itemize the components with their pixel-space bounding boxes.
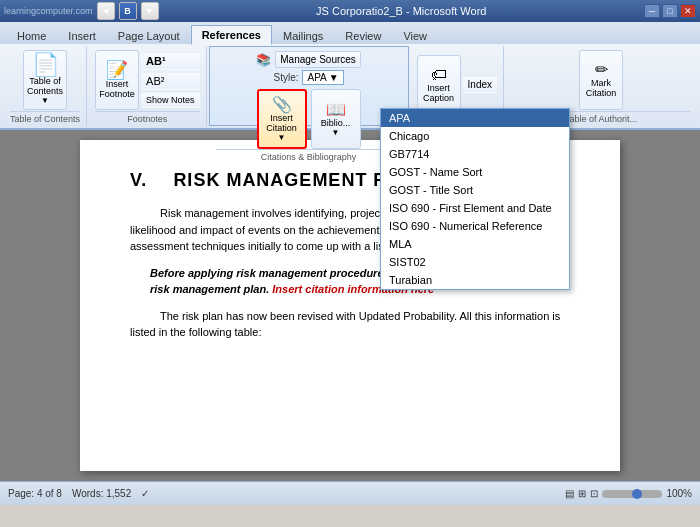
window-title: JS Corporatio2_B - Microsoft Word bbox=[316, 5, 486, 17]
watermark-label: learningcomputer.com bbox=[4, 6, 93, 16]
citations-group: 📚 Manage Sources Style: APA ▼ 📎 InsertCi… bbox=[209, 46, 409, 126]
tab-home[interactable]: Home bbox=[6, 26, 57, 44]
insert-citation-arrow: ▼ bbox=[278, 133, 286, 142]
status-bar: Page: 4 of 8 Words: 1,552 ✓ ▤ ⊞ ⊡ 100% bbox=[0, 481, 700, 505]
show-notes-button[interactable]: Show Notes bbox=[141, 92, 200, 108]
back-btn[interactable]: ◄ bbox=[97, 2, 115, 20]
citations-buttons: 📎 InsertCitation ▼ 📖 Biblio... ▼ bbox=[257, 89, 361, 149]
sources-icon: 📚 bbox=[256, 53, 271, 67]
ab2-button[interactable]: AB² bbox=[141, 72, 200, 90]
status-right: ▤ ⊞ ⊡ 100% bbox=[565, 488, 692, 499]
toc-label: Table ofContents bbox=[27, 76, 63, 96]
mark-citation-icon: ✏ bbox=[595, 62, 608, 78]
dropdown-btn[interactable]: ▼ bbox=[141, 2, 159, 20]
chapter-number: V. bbox=[130, 170, 147, 190]
dropdown-item-mla[interactable]: MLA bbox=[381, 235, 569, 253]
style-dropdown-arrow: ▼ bbox=[329, 72, 339, 83]
style-dropdown-menu: APA Chicago GB7714 GOST - Name Sort GOST… bbox=[380, 108, 570, 290]
toc-button[interactable]: 📄 Table ofContents ▼ bbox=[23, 50, 67, 110]
document-wrapper: V. RISK MANAGEMENT PL... Risk management… bbox=[0, 130, 700, 481]
dropdown-item-sist02[interactable]: SIST02 bbox=[381, 253, 569, 271]
status-left: Page: 4 of 8 Words: 1,552 ✓ bbox=[8, 488, 149, 499]
close-btn[interactable]: ✕ bbox=[680, 4, 696, 18]
bibliography-icon: 📖 bbox=[326, 102, 346, 118]
mark-citation-button[interactable]: ✏ MarkCitation bbox=[579, 50, 623, 110]
dropdown-item-chicago[interactable]: Chicago bbox=[381, 127, 569, 145]
mark-citation-label: MarkCitation bbox=[586, 78, 617, 98]
tab-page-layout[interactable]: Page Layout bbox=[107, 26, 191, 44]
index-button[interactable]: Index bbox=[463, 76, 497, 93]
insert-footnote-button[interactable]: 📝 InsertFootnote bbox=[95, 50, 139, 110]
bibliography-label: Biblio... bbox=[321, 118, 351, 128]
tab-view[interactable]: View bbox=[392, 26, 438, 44]
insert-citation-button[interactable]: 📎 InsertCitation ▼ bbox=[257, 89, 307, 149]
style-dropdown[interactable]: APA ▼ bbox=[302, 70, 343, 85]
toc-icon: 📄 bbox=[32, 54, 59, 76]
insert-footnote-label: InsertFootnote bbox=[99, 79, 135, 99]
bibliography-button[interactable]: 📖 Biblio... ▼ bbox=[311, 89, 361, 149]
manage-sources-button[interactable]: Manage Sources bbox=[275, 51, 361, 68]
bibliography-arrow: ▼ bbox=[332, 128, 340, 137]
dropdown-item-iso-first[interactable]: ISO 690 - First Element and Date bbox=[381, 199, 569, 217]
dropdown-item-gost-name[interactable]: GOST - Name Sort bbox=[381, 163, 569, 181]
style-label: Style: bbox=[273, 72, 298, 83]
insert-citation-icon: 📎 bbox=[272, 97, 292, 113]
tab-insert[interactable]: Insert bbox=[57, 26, 107, 44]
toc-group: 📄 Table ofContents ▼ Table of Contents bbox=[4, 46, 87, 126]
ab2-label: AB² bbox=[146, 75, 164, 87]
style-row: Style: APA ▼ bbox=[273, 70, 343, 85]
footnotes-buttons: 📝 InsertFootnote AB¹ AB² Show Notes bbox=[95, 48, 200, 111]
ribbon: 📄 Table ofContents ▼ Table of Contents 📝… bbox=[0, 44, 700, 130]
layout-icon-1[interactable]: ▤ bbox=[565, 488, 574, 499]
mark-citation-buttons: ✏ MarkCitation bbox=[579, 48, 623, 111]
ab1-button[interactable]: AB¹ bbox=[141, 52, 200, 70]
citations-group-label: Citations & Bibliography bbox=[216, 149, 402, 162]
ribbon-tabs: Home Insert Page Layout References Maili… bbox=[0, 22, 700, 44]
tab-references[interactable]: References bbox=[191, 25, 272, 45]
zoom-slider[interactable] bbox=[602, 490, 662, 498]
words-info: Words: 1,552 bbox=[72, 488, 131, 499]
footnotes-group: 📝 InsertFootnote AB¹ AB² Show Notes Foot… bbox=[89, 46, 207, 126]
check-icon: ✓ bbox=[141, 488, 149, 499]
zoom-level: 100% bbox=[666, 488, 692, 499]
page-info: Page: 4 of 8 bbox=[8, 488, 62, 499]
manage-sources-row: 📚 Manage Sources bbox=[256, 51, 361, 68]
footnotes-group-label: Footnotes bbox=[95, 111, 200, 124]
layout-icon-3[interactable]: ⊡ bbox=[590, 488, 598, 499]
dropdown-item-turabian[interactable]: Turabian bbox=[381, 271, 569, 289]
ab1-label: AB¹ bbox=[146, 55, 166, 67]
dropdown-item-iso-numerical[interactable]: ISO 690 - Numerical Reference bbox=[381, 217, 569, 235]
toc-group-label: Table of Contents bbox=[10, 111, 80, 124]
bold-btn[interactable]: B bbox=[119, 2, 137, 20]
caption-icon: 🏷 bbox=[431, 67, 447, 83]
footnote-icon: 📝 bbox=[106, 61, 128, 79]
insert-caption-button[interactable]: 🏷 InsertCaption bbox=[417, 55, 461, 115]
tab-mailings[interactable]: Mailings bbox=[272, 26, 334, 44]
paragraph-2: The risk plan has now been revised with … bbox=[130, 308, 570, 341]
minimize-btn[interactable]: ─ bbox=[644, 4, 660, 18]
tab-review[interactable]: Review bbox=[334, 26, 392, 44]
title-bar: learningcomputer.com ◄ B ▼ JS Corporatio… bbox=[0, 0, 700, 22]
show-notes-label: Show Notes bbox=[146, 95, 195, 105]
zoom-thumb bbox=[632, 489, 642, 499]
dropdown-item-gb7714[interactable]: GB7714 bbox=[381, 145, 569, 163]
insert-citation-label: InsertCitation bbox=[266, 113, 297, 133]
maximize-btn[interactable]: □ bbox=[662, 4, 678, 18]
index-label: Index bbox=[468, 79, 492, 90]
window-controls: ─ □ ✕ bbox=[644, 4, 696, 18]
title-bar-left: learningcomputer.com ◄ B ▼ bbox=[4, 2, 159, 20]
dropdown-item-apa[interactable]: APA bbox=[381, 109, 569, 127]
insert-caption-label: InsertCaption bbox=[423, 83, 454, 103]
toc-arrow: ▼ bbox=[41, 96, 49, 105]
dropdown-item-gost-title[interactable]: GOST - Title Sort bbox=[381, 181, 569, 199]
layout-icon-2[interactable]: ⊞ bbox=[578, 488, 586, 499]
style-value: APA bbox=[307, 72, 326, 83]
toc-buttons: 📄 Table ofContents ▼ bbox=[23, 48, 67, 111]
